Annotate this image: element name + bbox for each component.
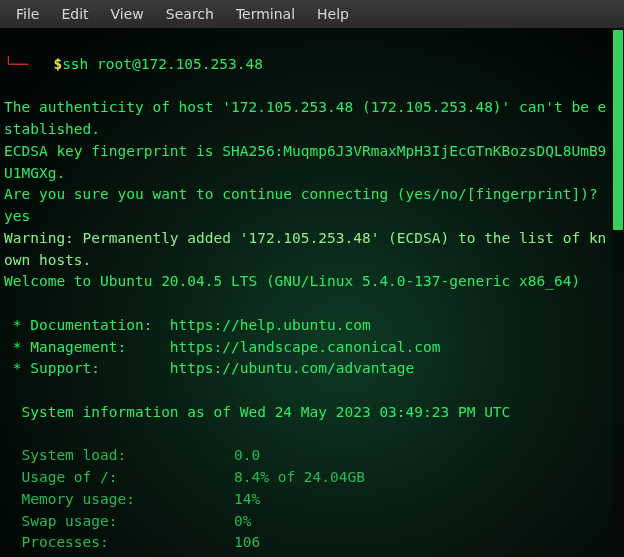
link-management: * Management: https://landscape.canonica… bbox=[4, 339, 441, 355]
sysinfo-row-memory: Memory usage:14% bbox=[4, 491, 260, 507]
sysinfo-label: Processes: bbox=[4, 532, 234, 554]
ssh-command: ssh root@172.105.253.48 bbox=[62, 56, 263, 72]
sysinfo-row-procs: Processes:106 bbox=[4, 534, 260, 550]
sysinfo-value: 0% bbox=[234, 513, 251, 529]
menubar: File Edit View Search Terminal Help bbox=[0, 0, 624, 28]
auth-host-line: The authenticity of host '172.105.253.48… bbox=[4, 99, 606, 137]
sysinfo-label: Swap usage: bbox=[4, 511, 234, 533]
sysinfo-row-load: System load:0.0 bbox=[4, 447, 260, 463]
prompt-corner-icon: └── bbox=[4, 56, 27, 72]
auth-continue-line: Are you sure you want to continue connec… bbox=[4, 186, 606, 224]
link-support: * Support: https://ubuntu.com/advantage bbox=[4, 360, 414, 376]
sysinfo-value: 106 bbox=[234, 534, 260, 550]
sysinfo-row-swap: Swap usage:0% bbox=[4, 513, 251, 529]
menu-search[interactable]: Search bbox=[156, 2, 224, 27]
sysinfo-label: Memory usage: bbox=[4, 489, 234, 511]
sysinfo-header: System information as of Wed 24 May 2023… bbox=[4, 404, 510, 420]
sysinfo-value: 8.4% of 24.04GB bbox=[234, 469, 365, 485]
menu-edit[interactable]: Edit bbox=[51, 2, 98, 27]
prompt-line: └── $ssh root@172.105.253.48 bbox=[4, 54, 608, 76]
sysinfo-label: Usage of /: bbox=[4, 467, 234, 489]
warn-added-hosts: Warning: Permanently added '172.105.253.… bbox=[4, 230, 606, 268]
menu-file[interactable]: File bbox=[6, 2, 49, 27]
auth-fingerprint-line: ECDSA key fingerprint is SHA256:Muqmp6J3… bbox=[4, 143, 606, 181]
sysinfo-value: 14% bbox=[234, 491, 260, 507]
scrollbar-thumb[interactable] bbox=[613, 30, 623, 230]
sysinfo-value: 0.0 bbox=[234, 447, 260, 463]
terminal-content: └── $ssh root@172.105.253.48 The authent… bbox=[4, 32, 622, 557]
link-documentation: * Documentation: https://help.ubuntu.com bbox=[4, 317, 371, 333]
terminal-viewport[interactable]: └── $ssh root@172.105.253.48 The authent… bbox=[0, 28, 624, 557]
prompt-dollar-icon: $ bbox=[53, 56, 62, 72]
menu-help[interactable]: Help bbox=[307, 2, 359, 27]
menu-terminal[interactable]: Terminal bbox=[226, 2, 305, 27]
sysinfo-row-usage: Usage of /:8.4% of 24.04GB bbox=[4, 469, 365, 485]
menu-view[interactable]: View bbox=[101, 2, 154, 27]
welcome-line: Welcome to Ubuntu 20.04.5 LTS (GNU/Linux… bbox=[4, 273, 580, 289]
sysinfo-label: System load: bbox=[4, 445, 234, 467]
